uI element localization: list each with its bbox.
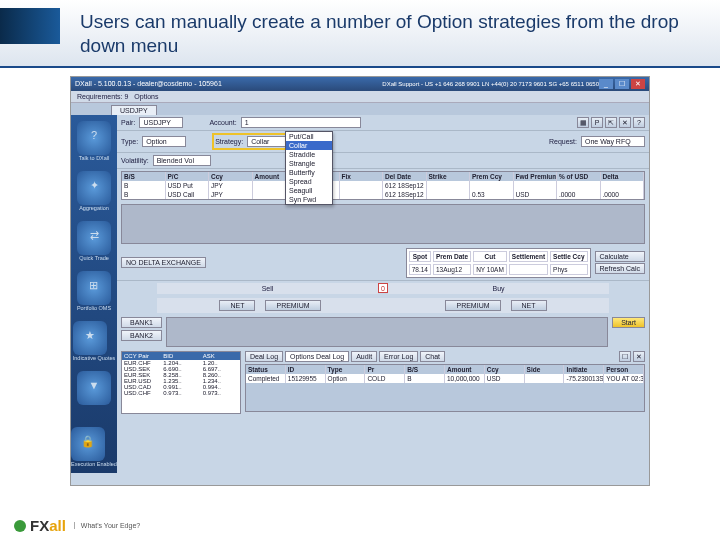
maximize-icon[interactable]: ☐ bbox=[615, 79, 629, 89]
window-title: DXall - 5.100.0.13 - dealer@cosdemo - 10… bbox=[75, 80, 222, 87]
tab-usdjpy[interactable]: USDJPY bbox=[111, 105, 157, 115]
request-label: Request: bbox=[549, 138, 577, 145]
net-button[interactable]: NET bbox=[511, 300, 547, 311]
palette-icon[interactable]: ▦ bbox=[577, 117, 589, 128]
premium-button[interactable]: PREMIUM bbox=[445, 300, 500, 311]
empty-grid-area bbox=[121, 204, 645, 244]
help-icon: ? bbox=[77, 121, 111, 155]
start-button[interactable]: Start bbox=[612, 317, 645, 328]
log-tab[interactable]: Audit bbox=[351, 351, 377, 362]
logo-dot-icon bbox=[14, 520, 26, 532]
dropdown-item[interactable]: Straddle bbox=[286, 150, 332, 159]
pair-select[interactable]: USDJPY bbox=[139, 117, 183, 128]
tab-toolbar: Requirements: 9 Options bbox=[71, 91, 649, 103]
bank-button[interactable]: BANK1 bbox=[121, 317, 162, 328]
window-titlebar: DXall - 5.100.0.13 - dealer@cosdemo - 10… bbox=[71, 77, 649, 91]
dropdown-item[interactable]: Butterfly bbox=[286, 168, 332, 177]
options-link[interactable]: Options bbox=[134, 93, 158, 100]
volatility-select[interactable]: Blended Vol bbox=[153, 155, 211, 166]
close-panel-icon[interactable]: ✕ bbox=[619, 117, 631, 128]
app-screenshot: DXall - 5.100.0.13 - dealer@cosdemo - 10… bbox=[70, 76, 650, 486]
content-pane: Pair: USDJPY Account: 1 ▦ P ⇱ ✕ ? Type: bbox=[117, 115, 649, 473]
grid-header: B/SP/CCcyAmountExpFixDel DateStrikePrem … bbox=[122, 172, 644, 181]
sell-side: Sell bbox=[157, 283, 378, 294]
dropdown-item[interactable]: Put/Call bbox=[286, 132, 332, 141]
net-prem-bar: NETPREMIUM PREMIUMNET bbox=[157, 298, 609, 313]
pair-label: Pair: bbox=[121, 119, 135, 126]
bank-button[interactable]: BANK2 bbox=[121, 330, 162, 341]
quotes-icon: ★ bbox=[73, 321, 107, 355]
requirements-tab[interactable]: Requirements: 9 bbox=[77, 93, 128, 100]
currency-tab-bar: USDJPY bbox=[71, 103, 649, 115]
header-icons: ▦ P ⇱ ✕ ? bbox=[577, 117, 645, 128]
left-sidebar: ?Talk to DXall ✦Aggregation ⇄Quick Trade… bbox=[71, 115, 117, 473]
export-icon[interactable]: ⇱ bbox=[605, 117, 617, 128]
grid-row[interactable]: BUSD PutJPY612 18Sep12 bbox=[122, 181, 644, 190]
log-tabs: Deal Log Options Deal Log Audit Error Lo… bbox=[245, 351, 645, 362]
account-field[interactable]: 1 bbox=[241, 117, 361, 128]
sidebar-item[interactable]: ⇄Quick Trade bbox=[77, 221, 111, 261]
aggregation-icon: ✦ bbox=[77, 171, 111, 205]
help-icon[interactable]: ? bbox=[633, 117, 645, 128]
support-text: DXall Support - US +1 646 268 9901 LN +4… bbox=[382, 81, 599, 87]
request-select[interactable]: One Way RFQ bbox=[581, 136, 645, 147]
sell-buy-bar: Sell 0 Buy bbox=[157, 283, 609, 294]
close-icon[interactable]: ✕ bbox=[631, 79, 645, 89]
quote-grid-area bbox=[166, 317, 608, 347]
tagline: What's Your Edge? bbox=[74, 522, 140, 529]
log-tab[interactable]: Deal Log bbox=[245, 351, 283, 362]
grid-row[interactable]: BUSD CallJPY612 18Sep120.53USD.0000.0000 bbox=[122, 190, 644, 199]
header-accent bbox=[0, 8, 60, 44]
sidebar-item[interactable]: 🔒Execution Enabled bbox=[71, 427, 117, 467]
log-tab-active[interactable]: Options Deal Log bbox=[285, 351, 349, 362]
lock-icon: 🔒 bbox=[71, 427, 105, 461]
swap-icon[interactable]: 0 bbox=[378, 283, 388, 293]
account-label: Account: bbox=[209, 119, 236, 126]
sidebar-item[interactable]: ?Talk to DXall bbox=[77, 121, 111, 161]
dropdown-item[interactable]: Strangle bbox=[286, 159, 332, 168]
settle-table: SpotPrem DateCutSettlementSettle Ccy 78.… bbox=[406, 248, 591, 278]
premium-button[interactable]: PREMIUM bbox=[265, 300, 320, 311]
volatility-label: Volatility: bbox=[121, 157, 149, 164]
close-icon[interactable]: ✕ bbox=[633, 351, 645, 362]
type-select[interactable]: Option bbox=[142, 136, 186, 147]
slide-header: Users can manually create a number of Op… bbox=[0, 0, 720, 68]
dropdown-item[interactable]: Collar bbox=[286, 141, 332, 150]
portfolio-icon: ⊞ bbox=[77, 271, 111, 305]
buy-side: Buy bbox=[388, 283, 609, 294]
type-label: Type: bbox=[121, 138, 138, 145]
quick-trade-icon: ⇄ bbox=[77, 221, 111, 255]
legs-grid[interactable]: B/SP/CCcyAmountExpFixDel DateStrikePrem … bbox=[121, 171, 645, 200]
ccy-quotes-grid[interactable]: CCY PairBIDASK EUR.CHF1.204..1.20.. USD.… bbox=[121, 351, 241, 414]
dropdown-item[interactable]: Syn Fwd bbox=[286, 195, 332, 204]
sidebar-item[interactable]: ★Indicative Quotes bbox=[73, 321, 116, 361]
log-tab[interactable]: Error Log bbox=[379, 351, 418, 362]
slide-title: Users can manually create a number of Op… bbox=[80, 10, 720, 58]
maximize-icon[interactable]: ☐ bbox=[619, 351, 631, 362]
refresh-calc-button[interactable]: Refresh Calc bbox=[595, 263, 645, 274]
strategy-dropdown[interactable]: Put/Call Collar Straddle Strangle Butter… bbox=[285, 131, 333, 205]
strategy-label: Strategy: bbox=[215, 138, 243, 145]
chevron-down-icon: ▼ bbox=[77, 371, 111, 405]
dropdown-item[interactable]: Spread bbox=[286, 177, 332, 186]
sidebar-item[interactable]: ⊞Portfolio OMS bbox=[77, 271, 111, 311]
minimize-icon[interactable]: _ bbox=[599, 79, 613, 89]
sidebar-item[interactable]: ▼ bbox=[77, 371, 111, 405]
print-icon[interactable]: P bbox=[591, 117, 603, 128]
brand-footer: FXall What's Your Edge? bbox=[14, 517, 140, 534]
sidebar-item[interactable]: ✦Aggregation bbox=[77, 171, 111, 211]
calculate-button[interactable]: Calculate bbox=[595, 251, 645, 262]
log-tab[interactable]: Chat bbox=[420, 351, 445, 362]
deal-log-grid[interactable]: StatusIDTypePrB/SAmountCcySideInitiatePe… bbox=[245, 364, 645, 412]
dropdown-item[interactable]: Seagull bbox=[286, 186, 332, 195]
net-button[interactable]: NET bbox=[219, 300, 255, 311]
no-delta-button[interactable]: NO DELTA EXCHANGE bbox=[121, 257, 206, 268]
